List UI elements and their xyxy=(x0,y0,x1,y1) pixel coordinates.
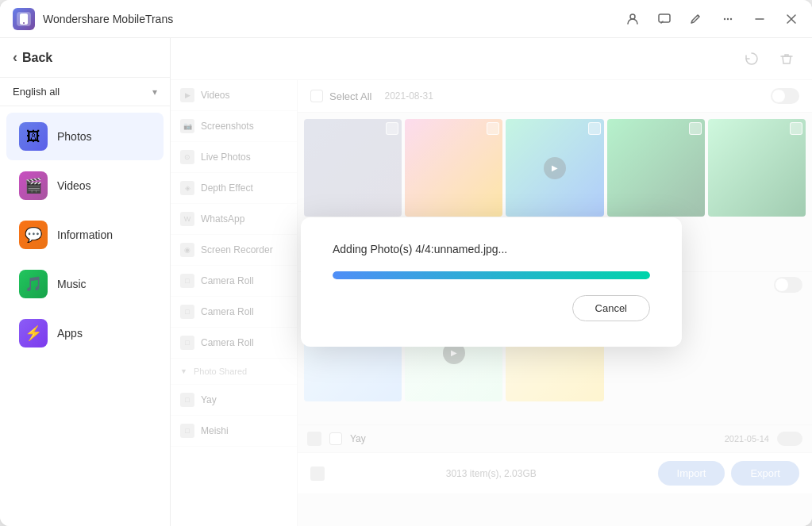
profile-icon[interactable] xyxy=(625,11,641,27)
information-icon: 💬 xyxy=(19,221,48,249)
svg-point-7 xyxy=(730,17,732,19)
modal-actions: Cancel xyxy=(333,295,650,321)
nav-items: 🖼 Photos 🎬 Videos 💬 Information 🎵 Music … xyxy=(0,106,170,363)
sidebar-item-apps[interactable]: ⚡ Apps xyxy=(6,309,164,357)
sidebar-item-information-label: Information xyxy=(57,228,113,241)
music-icon: 🎵 xyxy=(19,270,48,298)
photos-icon: 🖼 xyxy=(19,122,48,151)
progress-bar-track xyxy=(333,271,650,279)
back-arrow-icon: ‹ xyxy=(13,49,17,66)
back-button[interactable]: ‹ Back xyxy=(0,38,170,78)
title-bar-left: Wondershare MobileTrans xyxy=(13,8,173,30)
svg-point-6 xyxy=(727,17,729,19)
modal-dialog: Adding Photo(s) 4/4:unnamed.jpg... Cance… xyxy=(301,217,682,347)
content-area: ▶ Videos 📷 Screenshots ⊙ Live Photos ◈ D… xyxy=(171,38,812,526)
sidebar-item-music[interactable]: 🎵 Music xyxy=(6,260,164,308)
svg-point-2 xyxy=(23,22,25,24)
apps-icon: ⚡ xyxy=(19,319,48,347)
svg-point-5 xyxy=(724,17,725,19)
sidebar-item-photos-label: Photos xyxy=(57,130,92,143)
main-layout: ‹ Back English all ▾ 🖼 Photos 🎬 Videos 💬 xyxy=(0,38,812,526)
sidebar-item-information[interactable]: 💬 Information xyxy=(6,211,164,259)
language-selector[interactable]: English all ▾ xyxy=(0,78,170,106)
title-bar: Wondershare MobileTrans xyxy=(0,0,812,38)
sidebar-item-videos-label: Videos xyxy=(57,179,91,192)
svg-rect-4 xyxy=(659,14,670,22)
cancel-button[interactable]: Cancel xyxy=(572,295,650,321)
sidebar: ‹ Back English all ▾ 🖼 Photos 🎬 Videos 💬 xyxy=(0,38,171,526)
modal-message: Adding Photo(s) 4/4:unnamed.jpg... xyxy=(333,243,650,255)
minimize-icon[interactable] xyxy=(752,11,768,27)
svg-point-3 xyxy=(630,14,635,19)
progress-bar-fill xyxy=(333,271,650,279)
edit-icon[interactable] xyxy=(688,11,704,27)
chevron-down-icon: ▾ xyxy=(152,86,157,98)
videos-icon: 🎬 xyxy=(19,171,48,200)
sidebar-item-videos[interactable]: 🎬 Videos xyxy=(6,162,164,209)
sidebar-item-photos[interactable]: 🖼 Photos xyxy=(6,113,164,160)
close-icon[interactable] xyxy=(783,11,799,27)
sidebar-item-apps-label: Apps xyxy=(57,327,83,340)
app-title: Wondershare MobileTrans xyxy=(43,13,173,25)
menu-icon[interactable] xyxy=(720,11,736,27)
message-icon[interactable] xyxy=(656,11,672,27)
title-bar-controls xyxy=(625,11,799,27)
modal-overlay: Adding Photo(s) 4/4:unnamed.jpg... Cance… xyxy=(171,38,812,526)
lang-selector-label: English all xyxy=(13,86,60,98)
app-icon xyxy=(13,8,35,30)
back-label: Back xyxy=(22,51,52,65)
sidebar-item-music-label: Music xyxy=(57,278,87,290)
